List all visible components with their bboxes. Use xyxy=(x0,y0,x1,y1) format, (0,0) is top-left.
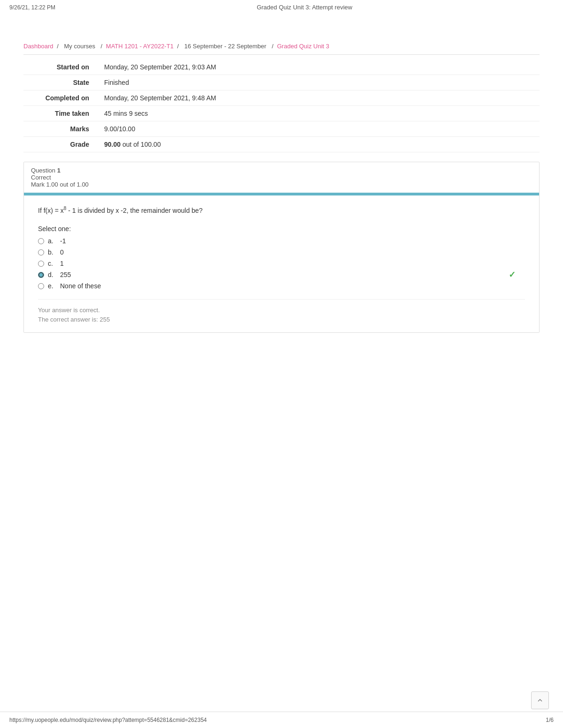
completed-on-row: Completed on Monday, 20 September 2021, … xyxy=(23,90,540,106)
breadcrumb-sep4: / xyxy=(272,43,274,50)
question-label: Question xyxy=(31,167,55,174)
option-letter-1: b. xyxy=(48,248,56,256)
answer-option-0: a.-1 xyxy=(38,237,525,245)
select-label: Select one: xyxy=(38,225,525,233)
state-row: State Finished xyxy=(23,75,540,90)
time-taken-label: Time taken xyxy=(23,106,99,121)
question-1-status: Correct xyxy=(31,174,532,181)
breadcrumb-section: Dashboard / My courses / MATH 1201 - AY2… xyxy=(0,15,563,342)
completed-on-value: Monday, 20 September 2021, 9:48 AM xyxy=(99,90,540,106)
option-text-3: 255 xyxy=(60,271,71,278)
question-1-title: Question 1 xyxy=(31,167,532,174)
radio-option-0[interactable] xyxy=(38,238,44,244)
radio-option-1[interactable] xyxy=(38,249,44,255)
question-1-number: 1 xyxy=(57,167,61,174)
question-text-prefix: If f(x) = x xyxy=(38,207,64,214)
feedback-answer: The correct answer is: 255 xyxy=(38,316,525,323)
started-on-label: Started on xyxy=(23,60,99,75)
time-taken-value: 45 mins 9 secs xyxy=(99,106,540,121)
completed-on-label: Completed on xyxy=(23,90,99,106)
breadcrumb-period: 16 September - 22 September xyxy=(184,43,266,50)
breadcrumb-my-courses: My courses xyxy=(64,43,95,50)
feedback-correct: Your answer is correct. xyxy=(38,307,525,314)
answer-option-2: c.1 xyxy=(38,260,525,267)
answer-option-4: e.None of these xyxy=(38,282,525,290)
state-value: Finished xyxy=(99,75,540,90)
option-text-1: 0 xyxy=(60,248,64,256)
breadcrumb: Dashboard / My courses / MATH 1201 - AY2… xyxy=(23,43,540,55)
question-1-text: If f(x) = x8 - 1 is divided by x -2, the… xyxy=(38,205,525,216)
breadcrumb-course[interactable]: MATH 1201 - AY2022-T1 xyxy=(106,43,174,50)
grade-suffix: out of 100.00 xyxy=(121,141,161,148)
timestamp: 9/26/21, 12:22 PM xyxy=(9,4,55,11)
started-on-row: Started on Monday, 20 September 2021, 9:… xyxy=(23,60,540,75)
marks-row: Marks 9.00/10.00 xyxy=(23,121,540,137)
radio-option-3[interactable] xyxy=(38,272,44,278)
footer-page-info: 1/6 xyxy=(546,717,554,723)
option-letter-0: a. xyxy=(48,237,56,245)
option-text-0: -1 xyxy=(60,237,66,245)
grade-bold: 90.00 xyxy=(104,141,121,148)
grade-label: Grade xyxy=(23,137,99,152)
question-1-body: If f(x) = x8 - 1 is divided by x -2, the… xyxy=(24,195,539,332)
footer-url: https://my.uopeople.edu/mod/quiz/review.… xyxy=(9,717,207,723)
chevron-up-icon xyxy=(536,696,544,705)
marks-label: Marks xyxy=(23,121,99,137)
page-title: Graded Quiz Unit 3: Attempt review xyxy=(257,4,352,11)
radio-option-4[interactable] xyxy=(38,283,44,289)
grade-row: Grade 90.00 out of 100.00 xyxy=(23,137,540,152)
answer-feedback: Your answer is correct. The correct answ… xyxy=(38,299,525,323)
breadcrumb-quiz[interactable]: Graded Quiz Unit 3 xyxy=(277,43,329,50)
attempt-info-table: Started on Monday, 20 September 2021, 9:… xyxy=(23,60,540,152)
question-1-header: Question 1 Correct Mark 1.00 out of 1.00 xyxy=(24,162,539,193)
breadcrumb-dashboard[interactable]: Dashboard xyxy=(23,43,53,50)
answer-option-1: b.0 xyxy=(38,248,525,256)
attempt-info-section: Started on Monday, 20 September 2021, 9:… xyxy=(23,60,540,152)
question-text-suffix: - 1 is divided by x -2, the remainder wo… xyxy=(66,207,202,214)
option-text-2: 1 xyxy=(60,260,64,267)
state-label: State xyxy=(23,75,99,90)
options-container: a.-1b.0c.1d.255✓e.None of these xyxy=(38,237,525,290)
marks-value: 9.00/10.00 xyxy=(99,121,540,137)
page-header: 9/26/21, 12:22 PM Graded Quiz Unit 3: At… xyxy=(0,0,563,15)
option-letter-4: e. xyxy=(48,282,56,290)
breadcrumb-sep1: / xyxy=(57,43,59,50)
question-1-mark: Mark 1.00 out of 1.00 xyxy=(31,181,532,188)
answer-option-3: d.255✓ xyxy=(38,271,525,278)
breadcrumb-sep3: / xyxy=(177,43,179,50)
option-text-4: None of these xyxy=(60,282,101,290)
question-1-card: Question 1 Correct Mark 1.00 out of 1.00… xyxy=(23,162,540,333)
scroll-top-button[interactable] xyxy=(531,691,549,709)
option-letter-3: d. xyxy=(48,271,56,278)
time-taken-row: Time taken 45 mins 9 secs xyxy=(23,106,540,121)
breadcrumb-sep2: / xyxy=(101,43,103,50)
page-footer: https://my.uopeople.edu/mod/quiz/review.… xyxy=(0,712,563,728)
radio-option-2[interactable] xyxy=(38,261,44,267)
grade-value: 90.00 out of 100.00 xyxy=(99,137,540,152)
correct-checkmark-icon: ✓ xyxy=(509,270,516,280)
started-on-value: Monday, 20 September 2021, 9:03 AM xyxy=(99,60,540,75)
option-letter-2: c. xyxy=(48,260,56,267)
